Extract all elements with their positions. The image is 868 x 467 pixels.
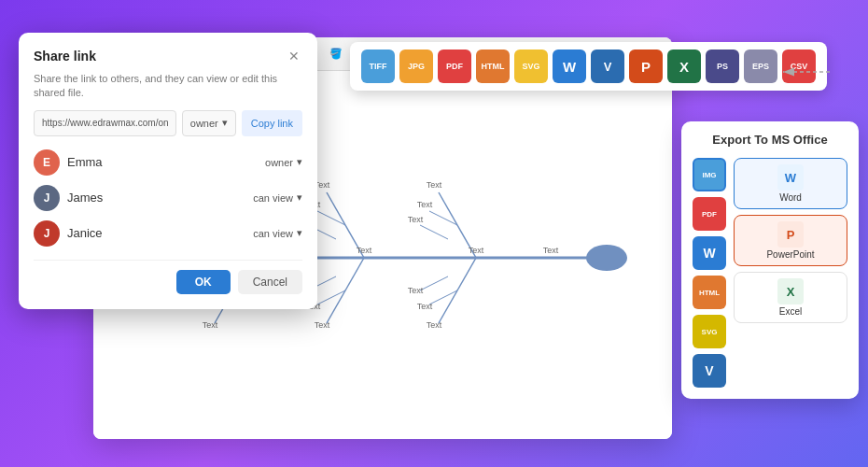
user-row-janice: J Janice can view ▾ (34, 220, 302, 247)
avatar-janice: J (34, 220, 60, 247)
ppt-label: PowerPoint (766, 249, 814, 260)
user-info-james: J James (34, 185, 103, 211)
ppt-icon: P (777, 221, 804, 248)
fill-icon[interactable]: 🪣 (326, 44, 346, 64)
format-eps[interactable]: EPS (744, 50, 777, 83)
svg-text:Text: Text (315, 320, 330, 330)
user-info-janice: J Janice (34, 220, 103, 247)
svg-text:Text: Text (408, 215, 424, 224)
role-james[interactable]: can view ▾ (253, 191, 302, 204)
svg-text:Text: Text (417, 200, 433, 209)
avatar-emma: E (34, 149, 60, 176)
user-row-emma: E Emma owner ▾ (34, 149, 302, 176)
svg-text:Text: Text (427, 180, 442, 190)
format-ps[interactable]: PS (706, 50, 739, 83)
avatar-james: J (34, 185, 60, 211)
format-ppt[interactable]: P (629, 50, 663, 83)
chevron-down-icon: ▾ (222, 117, 228, 129)
dialog-footer: OK Cancel (34, 260, 302, 294)
svg-line-22 (420, 276, 448, 290)
chevron-icon-janice: ▾ (297, 227, 302, 239)
word-label: Word (779, 192, 802, 203)
chevron-icon-james: ▾ (297, 191, 302, 204)
export-panel: Export To MS Office IMG PDF W HTML SVG V (681, 121, 859, 399)
export-word-option[interactable]: W Word (734, 158, 847, 209)
url-input[interactable] (34, 110, 176, 136)
svg-text:Text: Text (469, 246, 484, 255)
excel-label: Excel (779, 306, 802, 317)
svg-text:Text: Text (543, 246, 559, 255)
owner-permission[interactable]: owner ▾ (182, 110, 236, 136)
arrow-indicator (778, 58, 834, 90)
format-visio[interactable]: V (591, 50, 624, 83)
svg-text:Text: Text (417, 302, 433, 311)
svg-text:Text: Text (203, 320, 218, 330)
svg-text:Text: Text (357, 246, 372, 255)
format-html[interactable]: HTML (476, 50, 510, 83)
svg-point-3 (586, 245, 627, 271)
user-name-emma: Emma (67, 155, 103, 169)
dialog-description: Share the link to others, and they can v… (34, 72, 302, 101)
user-row-james: J James can view ▾ (34, 185, 302, 211)
share-dialog: Share link ✕ Share the link to others, a… (19, 33, 317, 309)
export-panel-title: Export To MS Office (693, 133, 847, 147)
user-name-janice: Janice (67, 226, 103, 240)
export-excel-option[interactable]: X Excel (734, 272, 847, 323)
role-emma[interactable]: owner ▾ (265, 156, 302, 168)
user-info-emma: E Emma (34, 149, 103, 176)
format-excel[interactable]: X (667, 50, 701, 83)
svg-text:Text: Text (427, 320, 442, 330)
copy-link-button[interactable]: Copy link (242, 110, 302, 136)
format-pdf[interactable]: PDF (438, 50, 471, 83)
ok-button[interactable]: OK (176, 270, 231, 294)
export-pdf-icon[interactable]: PDF (693, 197, 726, 231)
excel-icon: X (777, 278, 804, 304)
cancel-button[interactable]: Cancel (238, 270, 302, 294)
users-list: E Emma owner ▾ J James can view ▾ J Jani… (34, 149, 302, 247)
url-row: owner ▾ Copy link (34, 110, 302, 136)
format-tiff[interactable]: TIFF (361, 50, 395, 83)
export-word-icon[interactable]: W (693, 236, 726, 270)
role-janice[interactable]: can view ▾ (253, 227, 302, 239)
export-left-icons: IMG PDF W HTML SVG V (693, 158, 726, 388)
permission-label: owner (190, 118, 218, 129)
export-svg-icon[interactable]: SVG (693, 315, 726, 348)
export-img-icon[interactable]: IMG (693, 158, 726, 191)
format-bar: TIFF JPG PDF HTML SVG W V P X PS EPS CSV (350, 42, 827, 91)
svg-text:Text: Text (408, 286, 424, 295)
svg-line-13 (420, 225, 448, 239)
close-button[interactable]: ✕ (286, 48, 302, 64)
format-word[interactable]: W (553, 50, 586, 83)
word-icon: W (777, 164, 804, 191)
format-jpg[interactable]: JPG (399, 50, 433, 83)
export-html-icon[interactable]: HTML (693, 276, 726, 309)
export-ppt-option[interactable]: P PowerPoint (734, 215, 847, 266)
export-visio-icon[interactable]: V (693, 354, 726, 388)
user-name-james: James (67, 191, 103, 205)
chevron-icon-emma: ▾ (297, 156, 302, 168)
export-panel-body: IMG PDF W HTML SVG V W Word (693, 158, 847, 388)
format-svg[interactable]: SVG (514, 50, 548, 83)
dialog-header: Share link ✕ (34, 48, 302, 64)
export-right-options: W Word P PowerPoint X Excel (734, 158, 847, 388)
dialog-title: Share link (34, 49, 96, 64)
